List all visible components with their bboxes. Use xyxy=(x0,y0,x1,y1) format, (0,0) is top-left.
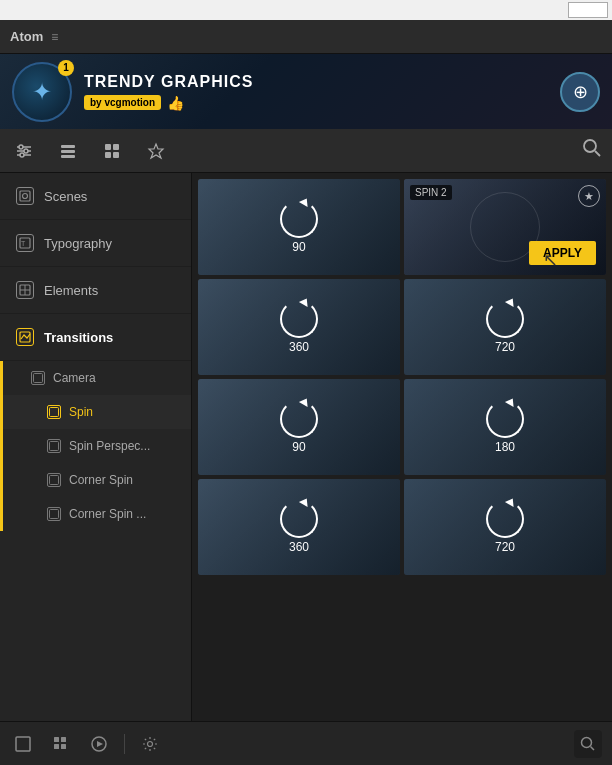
featured-badge: SPIN 2 xyxy=(410,185,452,200)
settings-gear-icon[interactable] xyxy=(137,731,163,757)
typography-icon: T xyxy=(16,234,34,252)
sidebar-item-corner-spin[interactable]: Corner Spin xyxy=(3,463,191,497)
transitions-label: Transitions xyxy=(44,330,113,345)
sidebar-item-elements[interactable]: Elements xyxy=(0,267,191,314)
spin-num-3: 360 xyxy=(289,340,309,354)
svg-text:T: T xyxy=(21,240,26,247)
svg-rect-10 xyxy=(113,144,119,150)
main-area: Scenes T Typography Elements xyxy=(0,173,612,721)
svg-line-38 xyxy=(591,746,595,750)
hero-text-area: TRENDY GRAPHICS by vcgmotion 👍 xyxy=(84,73,560,111)
grid-item-3[interactable]: 360 xyxy=(198,279,400,375)
svg-marker-13 xyxy=(149,144,163,158)
spin-visual-6: 180 xyxy=(486,400,524,454)
play-button[interactable] xyxy=(86,731,112,757)
svg-rect-25 xyxy=(50,408,59,417)
svg-point-14 xyxy=(584,140,596,152)
spin-circle-3 xyxy=(280,300,318,338)
svg-rect-27 xyxy=(50,476,59,485)
grid-view-icon[interactable] xyxy=(98,137,126,165)
svg-rect-16 xyxy=(20,191,30,201)
svg-point-17 xyxy=(23,194,28,199)
apply-button[interactable]: APPLY xyxy=(529,241,596,265)
notification-badge: 1 xyxy=(58,60,74,76)
search-icon[interactable] xyxy=(582,138,602,163)
svg-rect-6 xyxy=(61,145,75,148)
svg-rect-32 xyxy=(54,744,59,749)
spin-num-1: 90 xyxy=(292,240,305,254)
bottom-search-icon[interactable] xyxy=(574,730,602,758)
svg-rect-7 xyxy=(61,150,75,153)
grid-item-6[interactable]: 180 xyxy=(404,379,606,475)
corner-spin-2-icon xyxy=(47,507,61,521)
svg-rect-8 xyxy=(61,155,75,158)
spin-circle-1 xyxy=(280,200,318,238)
list-icon[interactable] xyxy=(54,137,82,165)
sidebar-item-camera[interactable]: Camera xyxy=(3,361,191,395)
like-icon[interactable]: 👍 xyxy=(167,95,184,111)
sidebar-item-transitions[interactable]: Transitions xyxy=(0,314,191,361)
grid-item-4[interactable]: 720 xyxy=(404,279,606,375)
camera-label: Camera xyxy=(53,371,96,385)
author-tag[interactable]: by vcgmotion xyxy=(84,95,161,110)
svg-rect-24 xyxy=(34,374,43,383)
camera-icon xyxy=(31,371,45,385)
svg-point-3 xyxy=(19,145,23,149)
sliders-icon[interactable] xyxy=(10,137,38,165)
grid-item-5[interactable]: 90 xyxy=(198,379,400,475)
spin-perspective-icon xyxy=(47,439,61,453)
corner-spin-icon xyxy=(47,473,61,487)
sidebar: Scenes T Typography Elements xyxy=(0,173,192,721)
svg-rect-30 xyxy=(54,737,59,742)
corner-spin-label: Corner Spin xyxy=(69,473,133,487)
grid-item-2[interactable]: SPIN 2 ★ APPLY ↖ xyxy=(404,179,606,275)
sidebar-item-spin[interactable]: Spin xyxy=(3,395,191,429)
grid-item-7[interactable]: 360 xyxy=(198,479,400,575)
star-button[interactable]: ★ xyxy=(578,185,600,207)
hero-title: TRENDY GRAPHICS xyxy=(84,73,560,91)
compass-icon[interactable]: ⊕ xyxy=(560,72,600,112)
hero-banner: ✦ 1 TRENDY GRAPHICS by vcgmotion 👍 ⊕ xyxy=(0,54,612,129)
grid-item-8[interactable]: 720 xyxy=(404,479,606,575)
scenes-label: Scenes xyxy=(44,189,87,204)
sidebar-item-corner-spin-2[interactable]: Corner Spin ... xyxy=(3,497,191,531)
sidebar-item-spin-perspective[interactable]: Spin Perspec... xyxy=(3,429,191,463)
spin-visual-8: 720 xyxy=(486,500,524,554)
grid-item-1[interactable]: 90 xyxy=(198,179,400,275)
svg-rect-29 xyxy=(16,737,30,751)
spin-num-7: 360 xyxy=(289,540,309,554)
spin-circle-7 xyxy=(280,500,318,538)
menu-bar: Atom ≡ xyxy=(0,20,612,54)
sidebar-sub-section: Camera Spin Spin Perspec... xyxy=(0,361,191,531)
spin-perspective-label: Spin Perspec... xyxy=(69,439,150,453)
spin-circle-4 xyxy=(486,300,524,338)
star-filter-icon[interactable] xyxy=(142,137,170,165)
svg-point-5 xyxy=(20,153,24,157)
top-search-box[interactable] xyxy=(568,2,608,18)
sidebar-item-typography[interactable]: T Typography xyxy=(0,220,191,267)
bottom-divider xyxy=(124,734,125,754)
scenes-icon xyxy=(16,187,34,205)
corner-spin-2-label: Corner Spin ... xyxy=(69,507,146,521)
svg-marker-35 xyxy=(97,741,103,747)
square-layout-icon[interactable] xyxy=(10,731,36,757)
transitions-icon xyxy=(16,328,34,346)
svg-point-37 xyxy=(582,737,592,747)
dots-grid-icon[interactable] xyxy=(48,731,74,757)
sidebar-item-scenes[interactable]: Scenes xyxy=(0,173,191,220)
spin-visual-4: 720 xyxy=(486,300,524,354)
elements-label: Elements xyxy=(44,283,98,298)
top-bar xyxy=(0,0,612,20)
menu-icon[interactable]: ≡ xyxy=(51,30,58,44)
spin-circle-5 xyxy=(280,400,318,438)
svg-rect-28 xyxy=(50,510,59,519)
svg-rect-12 xyxy=(113,152,119,158)
app-title: Atom xyxy=(10,29,43,44)
svg-rect-33 xyxy=(61,744,66,749)
bottom-bar xyxy=(0,721,612,765)
spin-num-6: 180 xyxy=(495,440,515,454)
svg-rect-23 xyxy=(20,332,30,342)
spin-num-8: 720 xyxy=(495,540,515,554)
svg-rect-31 xyxy=(61,737,66,742)
spin-num-5: 90 xyxy=(292,440,305,454)
